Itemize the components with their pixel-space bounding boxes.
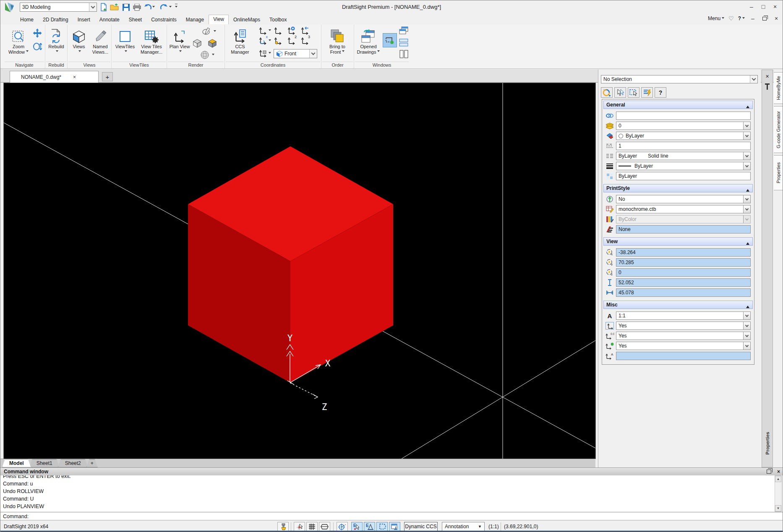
tab-manage[interactable]: Manage: [181, 15, 209, 24]
zoom-window-button[interactable]: Zoom Window: [5, 26, 31, 55]
section-header-misc[interactable]: Misc: [603, 301, 753, 309]
bring-to-front-button[interactable]: Bring to Front: [325, 26, 350, 55]
zoom-dynamic-button[interactable]: [32, 42, 42, 52]
view-height-field[interactable]: 52.052: [616, 278, 751, 287]
lineweight-select[interactable]: ByLayer: [616, 162, 751, 170]
panel-pin-button[interactable]: [762, 83, 773, 92]
ccs-world-button[interactable]: [273, 26, 283, 36]
menu-button[interactable]: Menu: [708, 16, 724, 21]
snap-toggle[interactable]: [294, 522, 305, 531]
properties-help-button[interactable]: ?: [655, 87, 666, 98]
panel-close-button[interactable]: ×: [762, 72, 773, 81]
dynamic-ccs-button[interactable]: Dynamic CCS: [404, 522, 438, 531]
polar-toggle[interactable]: [337, 522, 348, 531]
render-sketch-button[interactable]: [201, 26, 211, 36]
ccs-at-origin-select[interactable]: Yes: [616, 342, 751, 350]
viewport-canvas[interactable]: Y X Z: [4, 83, 595, 459]
side-tab-homebyme[interactable]: HomeByMe: [774, 72, 783, 104]
quick-select-button[interactable]: [641, 87, 653, 98]
hyperlink-field[interactable]: [616, 112, 751, 120]
ccs-rotate-x-button[interactable]: x: [258, 36, 268, 46]
chevron-down-icon[interactable]: [309, 49, 317, 58]
red-cube[interactable]: [188, 146, 393, 383]
linetype-scale-field[interactable]: 1: [616, 142, 751, 150]
chevron-down-icon[interactable]: [743, 152, 750, 160]
section-header-printstyle[interactable]: PrintStyle: [603, 184, 753, 192]
tab-view[interactable]: View: [209, 15, 229, 24]
view-center-x-field[interactable]: -38.264: [616, 248, 751, 257]
etrack-toggle[interactable]: E: [364, 522, 375, 531]
doc-minimize-button[interactable]: –: [749, 15, 757, 22]
close-button[interactable]: ×: [769, 2, 781, 11]
command-window-header[interactable]: Command window ×: [0, 467, 783, 475]
tile-vertical-button[interactable]: [399, 49, 409, 59]
doc-close-button[interactable]: ×: [773, 15, 780, 22]
entity-frame-toggle[interactable]: [376, 522, 388, 531]
plan-view-button[interactable]: Plan View: [168, 26, 191, 55]
named-views-button[interactable]: Named Views...: [89, 26, 111, 55]
chevron-down-icon[interactable]: [743, 322, 750, 330]
favorite-icon[interactable]: ♡: [728, 15, 734, 22]
ccs-manager-button[interactable]: CCS Manager: [228, 26, 252, 55]
ccs-entity-button[interactable]: [258, 48, 268, 58]
tab-onlinemaps[interactable]: OnlineMaps: [229, 15, 265, 24]
ccs-3point-button[interactable]: 3: [300, 36, 310, 46]
ccs-origin-visible-select[interactable]: Yes: [616, 332, 751, 340]
side-tab-properties[interactable]: Properties: [774, 155, 783, 190]
selection-select[interactable]: No Selection: [601, 75, 758, 83]
tile-horizontal-button[interactable]: [399, 37, 409, 47]
view-center-y-field[interactable]: 70.285: [616, 258, 751, 267]
sheet-tab-sheet1[interactable]: Sheet1: [29, 459, 60, 467]
new-document-button[interactable]: +: [102, 72, 113, 81]
ccs-named-arrow[interactable]: [267, 26, 271, 36]
tab-constraints[interactable]: Constraints: [146, 15, 181, 24]
document-tab[interactable]: NONAME_0.dwg* ×: [10, 71, 99, 83]
printstyle-table-select[interactable]: monochrome.ctb: [616, 205, 751, 213]
command-log[interactable]: Press ESC or ENTER to exit. Command: u U…: [0, 475, 783, 512]
chevron-down-icon[interactable]: [743, 195, 750, 203]
viewtiles-button[interactable]: ViewTiles: [113, 26, 137, 55]
ccs-view-button[interactable]: [286, 26, 296, 36]
tab-sheet[interactable]: Sheet: [124, 15, 146, 24]
select-box-button[interactable]: [628, 87, 639, 98]
line-color-select[interactable]: ByLayer: [616, 132, 751, 140]
close-icon[interactable]: ×: [73, 74, 76, 80]
ccs-origin-button[interactable]: [273, 36, 283, 46]
ccs-follow-select[interactable]: Yes: [616, 322, 751, 330]
dynamic-ccs-toggle-icon-button[interactable]: [389, 522, 400, 531]
tab-2d-drafting[interactable]: 2D Drafting: [38, 15, 73, 24]
section-header-general[interactable]: General: [603, 101, 753, 109]
grid-toggle[interactable]: [306, 522, 318, 531]
sphere-render-arrow[interactable]: [210, 50, 215, 60]
ccs-name-field[interactable]: [616, 352, 751, 360]
shaded-view-button[interactable]: [207, 38, 217, 48]
constraints-toggle[interactable]: [277, 522, 289, 531]
ccs-previous-button[interactable]: [300, 26, 310, 36]
chevron-down-icon[interactable]: [743, 332, 750, 340]
opened-drawings-button[interactable]: Opened Drawings: [356, 26, 381, 55]
annotation-scale-dropdown[interactable]: Annotation▼: [442, 522, 485, 531]
view-tiles-manager-button[interactable]: View Tiles Manager...: [138, 26, 165, 55]
printstyle-mode-select[interactable]: No: [616, 195, 751, 203]
help-button[interactable]: ?: [738, 16, 745, 21]
select-matching-button[interactable]: [601, 87, 613, 98]
close-icon[interactable]: ×: [777, 469, 780, 475]
float-panel-icon[interactable]: [767, 470, 771, 474]
hidden-line-view-button[interactable]: [192, 38, 202, 48]
linestyle-select[interactable]: ByLayerSolid line: [616, 152, 751, 160]
ccs-named-button[interactable]: [258, 26, 268, 36]
ccs-rotate-arrow[interactable]: [267, 36, 271, 46]
tab-insert[interactable]: Insert: [73, 15, 95, 24]
sheet-tab-model[interactable]: Model: [2, 459, 31, 467]
ortho-toggle[interactable]: [319, 522, 330, 531]
pan-button[interactable]: [32, 28, 42, 38]
chevron-down-icon[interactable]: [743, 312, 750, 319]
sheet-tab-sheet2[interactable]: Sheet2: [58, 459, 88, 467]
layer-select[interactable]: 0: [616, 122, 751, 130]
chevron-down-icon[interactable]: [743, 132, 750, 140]
tab-toolbox[interactable]: Toolbox: [265, 15, 291, 24]
transparency-field[interactable]: ByLayer: [616, 172, 751, 180]
view-direction-select[interactable]: Front: [274, 49, 317, 58]
command-scrollbar[interactable]: ▲ ▼: [775, 475, 782, 512]
tab-home[interactable]: Home: [16, 15, 38, 24]
